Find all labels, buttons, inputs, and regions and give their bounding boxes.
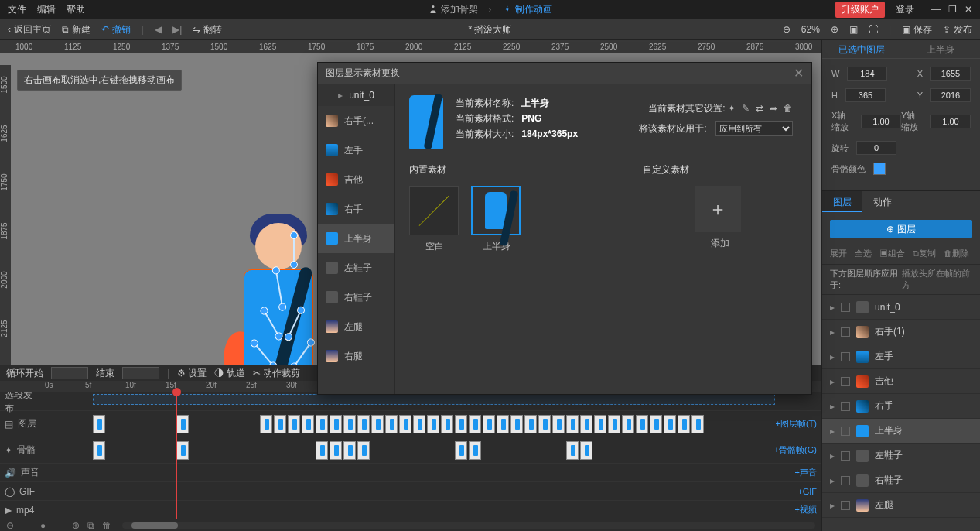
close-window-icon[interactable]: ✕ — [965, 4, 972, 15]
layer-row[interactable]: ▸右手(1) — [822, 320, 980, 344]
keyframe[interactable] — [455, 441, 467, 460]
keyframe[interactable] — [664, 415, 676, 433]
keyframe[interactable] — [497, 415, 509, 433]
loop-start-input[interactable] — [51, 367, 88, 379]
maximize-icon[interactable]: ❐ — [948, 4, 957, 15]
keyframe[interactable] — [357, 441, 370, 460]
new-button[interactable]: ⧉ 新建 — [62, 23, 90, 36]
dialog-layer-row[interactable]: 左鞋子 — [318, 253, 394, 283]
tl-clip-button[interactable]: ✂ 动作裁剪 — [253, 367, 300, 380]
add-bone-frame-button[interactable]: +骨骼帧(G) — [774, 444, 817, 456]
gif-track[interactable]: +GIF — [45, 482, 821, 501]
keyframe[interactable] — [302, 415, 314, 433]
dialog-layer-row[interactable]: 上半身 — [318, 224, 394, 253]
selection-region[interactable] — [93, 394, 775, 405]
tab-action[interactable]: 动作 — [862, 191, 903, 212]
play-next-icon[interactable]: ▶| — [172, 24, 182, 35]
upgrade-button[interactable]: 升级账户 — [835, 2, 885, 18]
input-x[interactable] — [930, 67, 971, 81]
dialog-layer-row[interactable]: 吉他 — [318, 165, 394, 194]
keyframe[interactable] — [316, 441, 328, 460]
layer-visibility-checkbox[interactable] — [841, 303, 850, 312]
keyframe[interactable] — [636, 415, 648, 433]
keyframe[interactable] — [343, 415, 356, 433]
keyframe[interactable] — [483, 415, 495, 433]
paint-icon[interactable]: ✦ — [728, 98, 736, 118]
menu-file[interactable]: 文件 — [8, 3, 26, 16]
builtin-item-empty[interactable]: 空白 — [409, 186, 460, 253]
save-button[interactable]: ▣ 保存 — [902, 23, 932, 36]
keyframe[interactable] — [469, 441, 481, 460]
keyframe[interactable] — [93, 441, 105, 460]
apply-to-select[interactable]: 应用到所有 — [715, 121, 793, 136]
keyframe[interactable] — [552, 415, 565, 433]
keyframe[interactable] — [455, 415, 467, 433]
back-button[interactable]: ‹ 返回主页 — [8, 23, 51, 36]
add-layer-frame-button[interactable]: +图层帧(T) — [776, 418, 817, 430]
bone-color-chip[interactable] — [873, 163, 886, 175]
keyframe[interactable] — [371, 415, 384, 433]
keyframe[interactable] — [93, 415, 105, 433]
keyframe[interactable] — [176, 415, 189, 433]
playhead[interactable] — [176, 392, 177, 519]
add-gif-button[interactable]: +GIF — [797, 487, 817, 496]
layer-visibility-checkbox[interactable] — [841, 402, 850, 411]
tl-delete-icon[interactable]: 🗑 — [102, 520, 111, 531]
keyframe[interactable] — [413, 415, 425, 433]
keyframe[interactable] — [385, 415, 398, 433]
keyframe[interactable] — [316, 415, 328, 433]
loop-end-input[interactable] — [122, 367, 159, 379]
tl-copy-icon[interactable]: ⧉ — [87, 520, 94, 531]
input-sy[interactable] — [930, 115, 971, 128]
tab-add-skeleton[interactable]: 添加骨架 — [429, 3, 478, 16]
timeline-scrollbar[interactable] — [122, 522, 815, 529]
group-button[interactable]: ▣组合 — [879, 248, 905, 259]
keyframe[interactable] — [274, 415, 286, 433]
zoom-out-icon[interactable]: ⊖ — [783, 24, 790, 35]
layer-visibility-checkbox[interactable] — [841, 451, 850, 461]
tl-settings-button[interactable]: ⚙ 设置 — [177, 367, 207, 380]
zoom-in-icon[interactable]: ⊕ — [831, 24, 838, 35]
builtin-item-body[interactable]: 上半身 — [471, 186, 522, 253]
bone[interactable] — [293, 235, 295, 266]
keyframe[interactable] — [622, 415, 634, 433]
bone-track[interactable]: +骨骼帧(G) — [45, 437, 821, 464]
copy-button[interactable]: ⧉复制 — [913, 248, 936, 259]
publish-track[interactable] — [45, 392, 821, 411]
dialog-layer-row[interactable]: 右腿 — [318, 341, 394, 371]
layer-row[interactable]: ▸unit_0 — [822, 295, 980, 320]
layer-track[interactable]: +图层帧(T) — [45, 411, 821, 437]
select-all-button[interactable]: 全选 — [855, 248, 872, 259]
login-button[interactable]: 登录 — [896, 3, 914, 16]
layer-row[interactable]: ▸上半身 — [822, 419, 980, 444]
dialog-layer-row[interactable]: 右手(... — [318, 106, 394, 135]
delete-button[interactable]: 🗑删除 — [944, 248, 969, 259]
layer-visibility-checkbox[interactable] — [841, 352, 850, 361]
layer-row[interactable]: ▸左手 — [822, 344, 980, 369]
tl-zoom-out-icon[interactable]: ⊖ — [6, 520, 14, 531]
dialog-layer-row[interactable]: 左腿 — [318, 312, 394, 341]
tl-zoom-in-icon[interactable]: ⊕ — [72, 520, 80, 531]
keyframe[interactable] — [678, 415, 690, 433]
layer-visibility-checkbox[interactable] — [841, 476, 850, 485]
input-rot[interactable] — [856, 141, 896, 155]
layer-row[interactable]: ▸右手 — [822, 394, 980, 419]
tab-layer[interactable]: 图层 — [822, 191, 862, 212]
swap-icon[interactable]: ⇄ — [756, 98, 763, 118]
input-y[interactable] — [930, 88, 971, 102]
menu-edit[interactable]: 编辑 — [37, 3, 56, 16]
keyframe[interactable] — [650, 415, 662, 433]
rp-tab-selected[interactable]: 已选中图层 — [822, 40, 901, 59]
dialog-layer-row[interactable]: 左手 — [318, 135, 394, 165]
play-prev-icon[interactable]: ◀ — [155, 24, 162, 35]
sound-track[interactable]: +声音 — [45, 464, 821, 482]
rp-tab-upper[interactable]: 上半身 — [901, 40, 980, 59]
keyframe[interactable] — [538, 415, 551, 433]
keyframe[interactable] — [260, 415, 272, 433]
keyframe[interactable] — [691, 415, 704, 433]
dialog-unit-header[interactable]: ▸unit_0 — [318, 84, 394, 106]
keyframe[interactable] — [608, 415, 620, 433]
delete-asset-icon[interactable]: 🗑 — [784, 98, 793, 118]
layer-row[interactable]: ▸左鞋子 — [822, 444, 980, 468]
keyframe[interactable] — [330, 415, 342, 433]
